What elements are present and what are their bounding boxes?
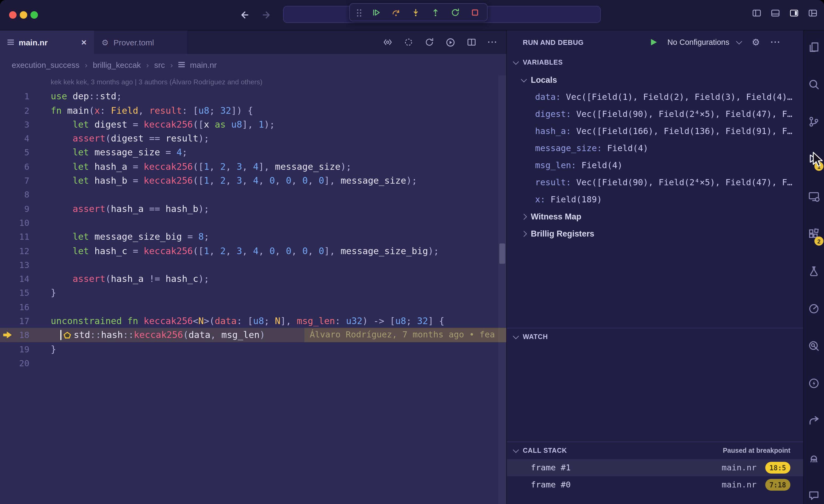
line-number[interactable]: 15 xyxy=(0,286,29,301)
trace-icon[interactable] xyxy=(804,327,824,365)
performance-icon[interactable] xyxy=(804,365,824,402)
testing-icon[interactable] xyxy=(804,253,824,290)
run-file-icon[interactable] xyxy=(445,37,455,47)
more-actions-icon[interactable]: ··· xyxy=(770,38,781,46)
code-line[interactable]: 3 let digest = keccak256([x as u8], 1); xyxy=(0,117,506,132)
line-number[interactable]: 19 xyxy=(0,342,29,357)
code-line[interactable]: 10 xyxy=(0,216,506,230)
tab-prover-toml[interactable]: ⚙ Prover.toml xyxy=(94,30,188,54)
open-changes-icon[interactable] xyxy=(383,37,393,47)
drag-handle-icon[interactable] xyxy=(356,8,362,16)
more-actions-icon[interactable]: ··· xyxy=(488,38,498,46)
start-debug-icon[interactable] xyxy=(651,39,656,45)
debug-restart-button[interactable] xyxy=(449,6,461,18)
toggle-panel-icon[interactable] xyxy=(770,9,780,18)
toggle-right-sidebar-icon[interactable] xyxy=(789,9,799,18)
line-number[interactable]: 1 xyxy=(0,90,29,104)
profiler-icon[interactable] xyxy=(804,290,824,327)
debug-step-over-button[interactable] xyxy=(390,6,402,18)
code-line[interactable]: 16 xyxy=(0,300,506,314)
feedback-icon[interactable] xyxy=(804,477,824,504)
line-number[interactable]: 6 xyxy=(0,160,29,174)
variable-row[interactable]: result: Vec([Field(90), Field(2⁴×5), Fie… xyxy=(507,174,803,191)
code-line[interactable]: 11 let message_size_big = 8; xyxy=(0,230,506,244)
code-editor[interactable]: kek kek kek, 3 months ago | 3 authors (Á… xyxy=(0,75,506,504)
tab-close-icon[interactable]: × xyxy=(81,38,87,47)
customize-layout-icon[interactable] xyxy=(808,9,818,18)
search-icon[interactable] xyxy=(804,66,824,103)
code-line[interactable]: 17unconstrained fn keccak256<N>(data: [u… xyxy=(0,314,506,328)
debug-step-into-button[interactable] xyxy=(410,6,421,18)
code-line[interactable]: 12 let hash_c = keccak256([1, 2, 3, 4, 0… xyxy=(0,244,506,258)
line-number[interactable]: 10 xyxy=(0,216,29,230)
share-icon[interactable] xyxy=(804,402,824,439)
sync-icon[interactable] xyxy=(425,37,434,47)
variable-row[interactable]: hash_a: Vec([Field(166), Field(136), Fie… xyxy=(507,123,803,140)
call-stack-frame[interactable]: frame #0main.nr7:18 xyxy=(507,476,803,493)
gear-icon[interactable]: ⚙ xyxy=(752,38,760,47)
line-number[interactable]: 8 xyxy=(0,188,29,202)
nav-back-icon[interactable] xyxy=(239,9,251,21)
outline-circle-icon[interactable] xyxy=(404,37,413,47)
line-number[interactable]: 12 xyxy=(0,244,29,259)
code-line[interactable]: 18std::hash::keccak256(data, msg_len)Álv… xyxy=(0,328,506,342)
line-number[interactable]: 3 xyxy=(0,118,29,132)
line-number[interactable]: 17 xyxy=(0,314,29,329)
variable-row[interactable]: data: Vec([Field(1), Field(2), Field(3),… xyxy=(507,89,803,106)
window-close-button[interactable] xyxy=(9,11,17,19)
remote-explorer-icon[interactable] xyxy=(804,178,824,215)
editor-scrollbar[interactable] xyxy=(498,75,506,504)
code-line[interactable]: 4 assert(digest == result); xyxy=(0,131,506,145)
tab-main-nr[interactable]: main.nr × xyxy=(0,30,94,54)
watch-section-header[interactable]: WATCH xyxy=(507,328,803,345)
extensions-icon[interactable]: 2 xyxy=(804,215,824,253)
source-control-icon[interactable] xyxy=(804,103,824,140)
variables-section-header[interactable]: VARIABLES xyxy=(507,54,803,71)
line-number[interactable]: 4 xyxy=(0,132,29,146)
variable-row[interactable]: digest: Vec([Field(90), Field(2⁴×5), Fie… xyxy=(507,106,803,123)
code-line[interactable]: 8 xyxy=(0,188,506,202)
breadcrumb-item[interactable]: brillig_keccak xyxy=(93,60,141,69)
line-number[interactable]: 13 xyxy=(0,259,29,273)
window-zoom-button[interactable] xyxy=(30,11,38,19)
line-number[interactable]: 11 xyxy=(0,230,29,244)
line-number[interactable]: 9 xyxy=(0,202,29,216)
code-line[interactable]: 7 let hash_b = keccak256([1, 2, 3, 4, 0,… xyxy=(0,174,506,188)
breadcrumb-item[interactable]: execution_success xyxy=(12,60,80,69)
breadcrumb-item[interactable]: src xyxy=(154,60,165,69)
line-number[interactable]: 2 xyxy=(0,104,29,118)
split-editor-icon[interactable] xyxy=(467,37,476,47)
toggle-left-sidebar-icon[interactable] xyxy=(752,9,761,18)
code-line[interactable]: 9 assert(hash_a == hash_b); xyxy=(0,202,506,216)
ports-icon[interactable] xyxy=(804,439,824,477)
locals-group-header[interactable]: Locals xyxy=(507,71,803,89)
code-line[interactable]: 1use dep::std; xyxy=(0,89,506,104)
line-number[interactable]: 20 xyxy=(0,357,29,371)
code-line[interactable]: 20 xyxy=(0,356,506,370)
line-number[interactable]: 5 xyxy=(0,146,29,160)
scrollbar-thumb[interactable] xyxy=(499,243,505,264)
debug-step-out-button[interactable] xyxy=(429,6,441,18)
code-line[interactable]: 14 assert(hash_a != hash_c); xyxy=(0,272,506,286)
debug-config-dropdown[interactable]: No Configurations xyxy=(667,38,741,46)
call-stack-frame[interactable]: frame #1main.nr18:5 xyxy=(507,459,803,476)
line-number[interactable]: 14 xyxy=(0,272,29,286)
call-stack-section-header[interactable]: CALL STACK Paused at breakpoint xyxy=(507,442,803,459)
code-line[interactable]: 2fn main(x: Field, result: [u8; 32]) { xyxy=(0,103,506,117)
window-minimize-button[interactable] xyxy=(20,11,27,19)
breadcrumb-item[interactable]: main.nr xyxy=(190,60,217,69)
variable-row[interactable]: message_size: Field(4) xyxy=(507,140,803,157)
variable-row[interactable]: x: Field(189) xyxy=(507,191,803,208)
code-line[interactable]: 15} xyxy=(0,286,506,300)
line-number[interactable]: 16 xyxy=(0,301,29,315)
variable-group-header[interactable]: Witness Map xyxy=(507,208,803,225)
nav-forward-icon[interactable] xyxy=(260,9,272,21)
debug-stop-button[interactable] xyxy=(469,6,481,18)
debug-continue-button[interactable] xyxy=(370,6,382,18)
code-line[interactable]: 6 let hash_a = keccak256([1, 2, 3, 4], m… xyxy=(0,160,506,174)
variable-row[interactable]: msg_len: Field(4) xyxy=(507,157,803,174)
variable-group-header[interactable]: Brillig Registers xyxy=(507,225,803,242)
code-line[interactable]: 19} xyxy=(0,342,506,356)
explorer-icon[interactable] xyxy=(804,30,824,66)
code-line[interactable]: 5 let message_size = 4; xyxy=(0,145,506,160)
